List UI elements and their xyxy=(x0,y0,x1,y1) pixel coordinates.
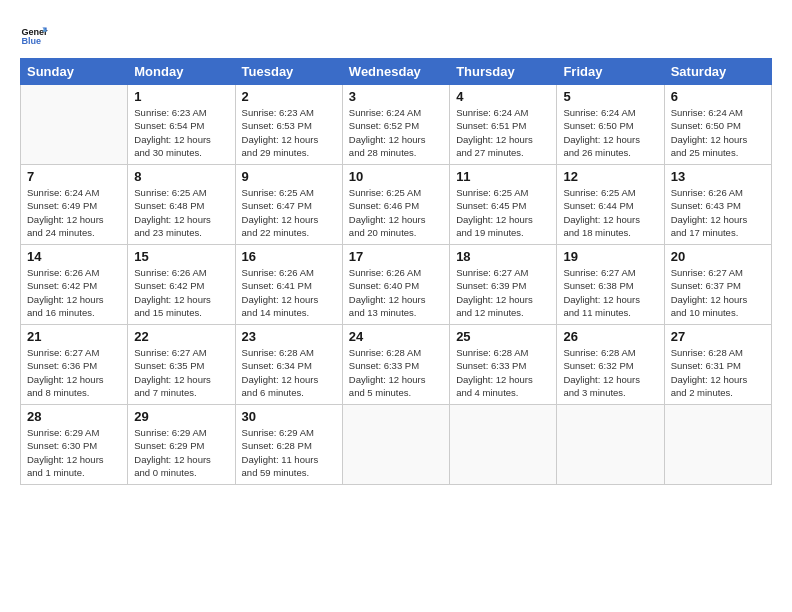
day-cell: 13Sunrise: 6:26 AM Sunset: 6:43 PM Dayli… xyxy=(664,165,771,245)
day-cell: 1Sunrise: 6:23 AM Sunset: 6:54 PM Daylig… xyxy=(128,85,235,165)
day-info: Sunrise: 6:23 AM Sunset: 6:53 PM Dayligh… xyxy=(242,106,336,159)
day-cell: 6Sunrise: 6:24 AM Sunset: 6:50 PM Daylig… xyxy=(664,85,771,165)
day-number: 4 xyxy=(456,89,550,104)
day-cell xyxy=(557,405,664,485)
day-cell xyxy=(21,85,128,165)
day-info: Sunrise: 6:25 AM Sunset: 6:44 PM Dayligh… xyxy=(563,186,657,239)
calendar-table: SundayMondayTuesdayWednesdayThursdayFrid… xyxy=(20,58,772,485)
day-cell: 27Sunrise: 6:28 AM Sunset: 6:31 PM Dayli… xyxy=(664,325,771,405)
day-number: 15 xyxy=(134,249,228,264)
day-info: Sunrise: 6:25 AM Sunset: 6:48 PM Dayligh… xyxy=(134,186,228,239)
day-info: Sunrise: 6:25 AM Sunset: 6:47 PM Dayligh… xyxy=(242,186,336,239)
day-cell: 3Sunrise: 6:24 AM Sunset: 6:52 PM Daylig… xyxy=(342,85,449,165)
header-row: SundayMondayTuesdayWednesdayThursdayFrid… xyxy=(21,59,772,85)
day-cell: 7Sunrise: 6:24 AM Sunset: 6:49 PM Daylig… xyxy=(21,165,128,245)
day-cell: 12Sunrise: 6:25 AM Sunset: 6:44 PM Dayli… xyxy=(557,165,664,245)
day-info: Sunrise: 6:24 AM Sunset: 6:50 PM Dayligh… xyxy=(671,106,765,159)
day-info: Sunrise: 6:26 AM Sunset: 6:43 PM Dayligh… xyxy=(671,186,765,239)
header-cell-friday: Friday xyxy=(557,59,664,85)
week-row-1: 1Sunrise: 6:23 AM Sunset: 6:54 PM Daylig… xyxy=(21,85,772,165)
day-info: Sunrise: 6:28 AM Sunset: 6:31 PM Dayligh… xyxy=(671,346,765,399)
day-number: 29 xyxy=(134,409,228,424)
day-info: Sunrise: 6:24 AM Sunset: 6:50 PM Dayligh… xyxy=(563,106,657,159)
header-cell-monday: Monday xyxy=(128,59,235,85)
day-cell: 22Sunrise: 6:27 AM Sunset: 6:35 PM Dayli… xyxy=(128,325,235,405)
day-cell: 20Sunrise: 6:27 AM Sunset: 6:37 PM Dayli… xyxy=(664,245,771,325)
day-info: Sunrise: 6:26 AM Sunset: 6:42 PM Dayligh… xyxy=(134,266,228,319)
day-info: Sunrise: 6:24 AM Sunset: 6:49 PM Dayligh… xyxy=(27,186,121,239)
day-cell: 5Sunrise: 6:24 AM Sunset: 6:50 PM Daylig… xyxy=(557,85,664,165)
day-info: Sunrise: 6:28 AM Sunset: 6:32 PM Dayligh… xyxy=(563,346,657,399)
day-number: 22 xyxy=(134,329,228,344)
day-info: Sunrise: 6:28 AM Sunset: 6:33 PM Dayligh… xyxy=(349,346,443,399)
day-info: Sunrise: 6:25 AM Sunset: 6:45 PM Dayligh… xyxy=(456,186,550,239)
header-cell-saturday: Saturday xyxy=(664,59,771,85)
day-number: 21 xyxy=(27,329,121,344)
day-number: 9 xyxy=(242,169,336,184)
day-cell: 8Sunrise: 6:25 AM Sunset: 6:48 PM Daylig… xyxy=(128,165,235,245)
svg-text:Blue: Blue xyxy=(21,36,41,46)
day-number: 24 xyxy=(349,329,443,344)
day-info: Sunrise: 6:29 AM Sunset: 6:28 PM Dayligh… xyxy=(242,426,336,479)
day-number: 3 xyxy=(349,89,443,104)
day-number: 27 xyxy=(671,329,765,344)
day-number: 25 xyxy=(456,329,550,344)
day-info: Sunrise: 6:27 AM Sunset: 6:36 PM Dayligh… xyxy=(27,346,121,399)
day-cell: 21Sunrise: 6:27 AM Sunset: 6:36 PM Dayli… xyxy=(21,325,128,405)
day-cell xyxy=(342,405,449,485)
day-info: Sunrise: 6:27 AM Sunset: 6:39 PM Dayligh… xyxy=(456,266,550,319)
day-cell: 30Sunrise: 6:29 AM Sunset: 6:28 PM Dayli… xyxy=(235,405,342,485)
day-cell: 25Sunrise: 6:28 AM Sunset: 6:33 PM Dayli… xyxy=(450,325,557,405)
day-cell: 28Sunrise: 6:29 AM Sunset: 6:30 PM Dayli… xyxy=(21,405,128,485)
day-cell: 29Sunrise: 6:29 AM Sunset: 6:29 PM Dayli… xyxy=(128,405,235,485)
day-cell xyxy=(450,405,557,485)
day-cell: 19Sunrise: 6:27 AM Sunset: 6:38 PM Dayli… xyxy=(557,245,664,325)
day-cell: 24Sunrise: 6:28 AM Sunset: 6:33 PM Dayli… xyxy=(342,325,449,405)
day-info: Sunrise: 6:27 AM Sunset: 6:35 PM Dayligh… xyxy=(134,346,228,399)
day-cell: 17Sunrise: 6:26 AM Sunset: 6:40 PM Dayli… xyxy=(342,245,449,325)
day-cell: 9Sunrise: 6:25 AM Sunset: 6:47 PM Daylig… xyxy=(235,165,342,245)
day-number: 28 xyxy=(27,409,121,424)
day-info: Sunrise: 6:29 AM Sunset: 6:30 PM Dayligh… xyxy=(27,426,121,479)
day-cell: 18Sunrise: 6:27 AM Sunset: 6:39 PM Dayli… xyxy=(450,245,557,325)
day-number: 8 xyxy=(134,169,228,184)
week-row-5: 28Sunrise: 6:29 AM Sunset: 6:30 PM Dayli… xyxy=(21,405,772,485)
day-number: 7 xyxy=(27,169,121,184)
day-info: Sunrise: 6:26 AM Sunset: 6:40 PM Dayligh… xyxy=(349,266,443,319)
day-number: 10 xyxy=(349,169,443,184)
day-info: Sunrise: 6:27 AM Sunset: 6:37 PM Dayligh… xyxy=(671,266,765,319)
day-number: 13 xyxy=(671,169,765,184)
day-number: 12 xyxy=(563,169,657,184)
day-number: 18 xyxy=(456,249,550,264)
day-info: Sunrise: 6:28 AM Sunset: 6:34 PM Dayligh… xyxy=(242,346,336,399)
week-row-2: 7Sunrise: 6:24 AM Sunset: 6:49 PM Daylig… xyxy=(21,165,772,245)
header: General Blue xyxy=(20,18,772,50)
day-info: Sunrise: 6:26 AM Sunset: 6:42 PM Dayligh… xyxy=(27,266,121,319)
day-cell: 23Sunrise: 6:28 AM Sunset: 6:34 PM Dayli… xyxy=(235,325,342,405)
day-number: 19 xyxy=(563,249,657,264)
logo: General Blue xyxy=(20,22,52,50)
day-cell: 2Sunrise: 6:23 AM Sunset: 6:53 PM Daylig… xyxy=(235,85,342,165)
header-cell-thursday: Thursday xyxy=(450,59,557,85)
day-cell: 4Sunrise: 6:24 AM Sunset: 6:51 PM Daylig… xyxy=(450,85,557,165)
day-number: 2 xyxy=(242,89,336,104)
day-info: Sunrise: 6:26 AM Sunset: 6:41 PM Dayligh… xyxy=(242,266,336,319)
day-cell xyxy=(664,405,771,485)
day-number: 14 xyxy=(27,249,121,264)
day-info: Sunrise: 6:23 AM Sunset: 6:54 PM Dayligh… xyxy=(134,106,228,159)
day-cell: 14Sunrise: 6:26 AM Sunset: 6:42 PM Dayli… xyxy=(21,245,128,325)
header-cell-wednesday: Wednesday xyxy=(342,59,449,85)
day-cell: 15Sunrise: 6:26 AM Sunset: 6:42 PM Dayli… xyxy=(128,245,235,325)
day-info: Sunrise: 6:28 AM Sunset: 6:33 PM Dayligh… xyxy=(456,346,550,399)
day-info: Sunrise: 6:25 AM Sunset: 6:46 PM Dayligh… xyxy=(349,186,443,239)
day-number: 20 xyxy=(671,249,765,264)
day-number: 30 xyxy=(242,409,336,424)
week-row-4: 21Sunrise: 6:27 AM Sunset: 6:36 PM Dayli… xyxy=(21,325,772,405)
day-number: 1 xyxy=(134,89,228,104)
day-number: 6 xyxy=(671,89,765,104)
day-info: Sunrise: 6:24 AM Sunset: 6:51 PM Dayligh… xyxy=(456,106,550,159)
day-number: 17 xyxy=(349,249,443,264)
header-cell-tuesday: Tuesday xyxy=(235,59,342,85)
day-info: Sunrise: 6:27 AM Sunset: 6:38 PM Dayligh… xyxy=(563,266,657,319)
day-number: 16 xyxy=(242,249,336,264)
